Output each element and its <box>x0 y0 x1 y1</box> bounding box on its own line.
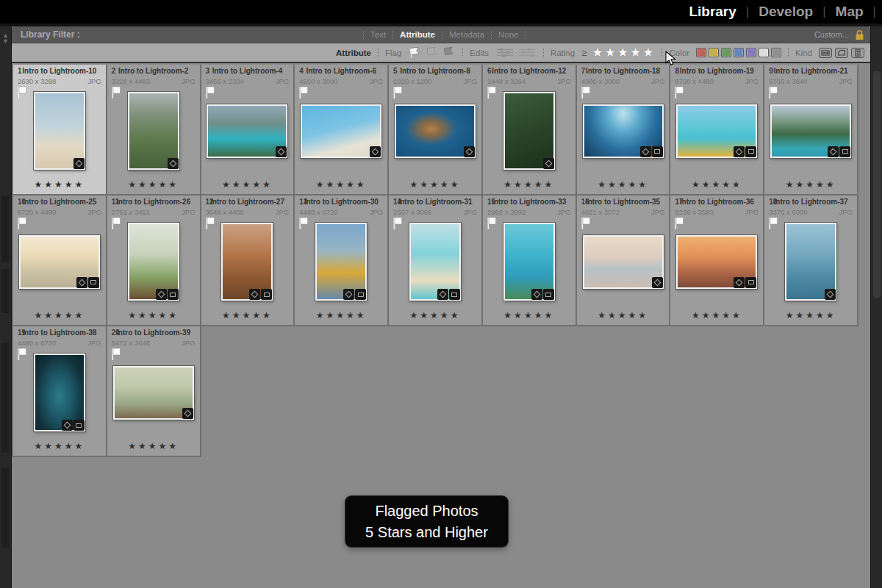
filter-tab-metadata[interactable]: Metadata <box>449 30 484 39</box>
thumbnail[interactable] <box>315 223 367 301</box>
module-library[interactable]: Library <box>689 4 736 20</box>
photo-cell[interactable]: 12 Intro to Lightroom-27 3648 x 4408 JPG… <box>201 196 295 326</box>
star-rating[interactable]: ★★★★★ <box>483 310 576 320</box>
flag-unflagged-icon[interactable] <box>425 46 439 59</box>
thumbnail[interactable] <box>676 235 757 289</box>
photo-cell[interactable]: 15 Intro to Lightroom-33 2992 x 3992 JPG… <box>483 196 577 326</box>
edit-badge-icon[interactable] <box>76 277 87 288</box>
kind-video-icon[interactable] <box>851 48 864 58</box>
thumbnail[interactable] <box>503 92 555 170</box>
photo-cell[interactable]: 17 Intro to Lightroom-36 5236 x 3593 JPG… <box>670 196 764 326</box>
star-rating[interactable]: ★★★★★ <box>577 310 670 320</box>
photo-cell[interactable]: 8 Intro to Lightroom-19 6720 x 4480 JPG … <box>670 65 764 196</box>
star-rating[interactable]: ★★★★★ <box>13 310 106 320</box>
crop-badge-icon[interactable] <box>88 277 99 288</box>
star-rating[interactable]: ★★★★★ <box>389 179 481 190</box>
photo-cell[interactable]: 14 Intro to Lightroom-31 2507 x 3066 JPG… <box>389 196 483 326</box>
edit-badge-icon[interactable] <box>734 277 745 288</box>
crop-badge-icon[interactable] <box>652 146 663 157</box>
edit-badge-icon[interactable] <box>168 158 179 169</box>
filter-tab-none[interactable]: None <box>498 30 519 39</box>
flag-rejected-icon[interactable] <box>442 46 456 59</box>
thumbnail[interactable] <box>676 104 757 158</box>
photo-cell[interactable]: 9 Intro to Lightroom-21 5760 x 3840 JPG … <box>764 65 858 196</box>
photo-cell[interactable]: 16 Intro to Lightroom-35 4621 x 3072 JPG… <box>577 196 671 326</box>
filter-tab-text[interactable]: Text <box>370 30 386 39</box>
edit-badge-icon[interactable] <box>640 146 651 157</box>
crop-badge-icon[interactable] <box>74 420 85 431</box>
edit-badge-icon[interactable] <box>828 146 839 157</box>
thumbnail[interactable] <box>301 104 381 158</box>
photo-cell[interactable]: 10 Intro to Lightroom-25 6720 x 4480 JPG… <box>13 196 107 326</box>
unedited-filter-icon[interactable] <box>517 47 537 58</box>
thumbnail[interactable] <box>34 354 85 431</box>
star-rating[interactable]: ★★★★★ <box>107 179 200 190</box>
right-panel-collapsed[interactable] <box>870 26 882 588</box>
edit-badge-icon[interactable] <box>343 289 354 300</box>
crop-badge-icon[interactable] <box>745 146 756 157</box>
edit-badge-icon[interactable] <box>182 408 193 419</box>
color-swatch-4[interactable] <box>734 48 744 57</box>
photo-cell[interactable]: 11 Intro to Lightroom-26 2761 x 3451 JPG… <box>107 196 201 326</box>
thumbnail[interactable] <box>34 92 85 170</box>
thumbnail[interactable] <box>583 235 664 289</box>
rating-stars[interactable]: ★★★★★ <box>592 45 655 60</box>
thumbnail[interactable] <box>221 223 273 301</box>
photo-cell[interactable]: 19 Intro to Lightroom-38 4480 x 6720 JPG… <box>13 326 107 457</box>
star-rating[interactable]: ★★★★★ <box>764 310 857 320</box>
kind-virtual-copy-icon[interactable] <box>835 48 848 58</box>
photo-cell[interactable]: 18 Intro to Lightroom-37 3376 x 6000 JPG… <box>764 196 858 326</box>
star-rating[interactable]: ★★★★★ <box>107 441 200 451</box>
photo-cell[interactable]: 3 Intro to Lightroom-4 3456 x 2304 JPG ★… <box>201 65 295 196</box>
thumbnail[interactable] <box>785 223 836 301</box>
crop-badge-icon[interactable] <box>168 289 179 300</box>
edit-badge-icon[interactable] <box>62 420 73 431</box>
color-swatch-5[interactable] <box>746 48 756 57</box>
photo-cell[interactable]: 7 Intro to Lightroom-18 4000 x 3000 JPG … <box>577 65 671 196</box>
thumbnail[interactable] <box>409 223 461 301</box>
edit-badge-icon[interactable] <box>370 146 381 157</box>
star-rating[interactable]: ★★★★★ <box>13 441 106 451</box>
star-rating[interactable]: ★★★★★ <box>201 179 294 190</box>
module-map[interactable]: Map <box>836 4 864 20</box>
thumbnail[interactable] <box>113 366 194 420</box>
edit-badge-icon[interactable] <box>276 146 287 157</box>
crop-badge-icon[interactable] <box>449 289 460 300</box>
scrollbar[interactable] <box>873 71 881 298</box>
thumbnail[interactable] <box>19 235 100 289</box>
color-swatch-7[interactable] <box>771 48 781 57</box>
thumbnail[interactable] <box>128 223 179 301</box>
edit-badge-icon[interactable] <box>249 289 260 300</box>
star-rating[interactable]: ★★★★★ <box>764 179 857 190</box>
edit-badge-icon[interactable] <box>437 289 448 300</box>
thumbnail[interactable] <box>128 92 179 170</box>
thumbnail[interactable] <box>770 104 851 158</box>
lock-icon[interactable] <box>855 29 864 40</box>
module-develop[interactable]: Develop <box>759 4 813 20</box>
star-rating[interactable]: ★★★★★ <box>295 310 387 320</box>
panel-toggle-icon[interactable]: ▲▼ <box>1 32 10 44</box>
rating-operator[interactable]: ≥ <box>581 47 587 58</box>
photo-cell[interactable]: 20 Intro to Lightroom-39 5472 x 3648 JPG… <box>107 326 201 457</box>
edit-badge-icon[interactable] <box>734 146 745 157</box>
star-rating[interactable]: ★★★★★ <box>201 310 294 320</box>
edit-badge-icon[interactable] <box>825 289 836 300</box>
thumbnail[interactable] <box>395 104 476 158</box>
thumbnail[interactable] <box>583 104 664 158</box>
crop-badge-icon[interactable] <box>543 289 554 300</box>
star-rating[interactable]: ★★★★★ <box>295 179 387 190</box>
filter-tab-attribute[interactable]: Attribute <box>400 30 435 39</box>
left-panel-collapsed[interactable]: ▲▼ <box>0 26 12 588</box>
crop-badge-icon[interactable] <box>355 289 366 300</box>
photo-cell[interactable]: 2 Intro to Lightroom-2 3328 x 4483 JPG ★… <box>107 65 201 196</box>
crop-badge-icon[interactable] <box>261 289 272 300</box>
edited-filter-icon[interactable] <box>495 47 514 58</box>
filter-preset-dropdown[interactable]: Custom... <box>814 30 849 39</box>
photo-cell[interactable]: 6 Intro to Lightroom-12 2448 x 3264 JPG … <box>483 65 577 196</box>
color-swatch-3[interactable] <box>721 48 731 57</box>
star-rating[interactable]: ★★★★★ <box>577 179 670 190</box>
photo-cell[interactable]: 5 Intro to Lightroom-8 1920 x 1200 JPG ★… <box>389 65 483 196</box>
edit-badge-icon[interactable] <box>543 158 554 169</box>
star-rating[interactable]: ★★★★★ <box>670 179 763 190</box>
crop-badge-icon[interactable] <box>839 146 850 157</box>
